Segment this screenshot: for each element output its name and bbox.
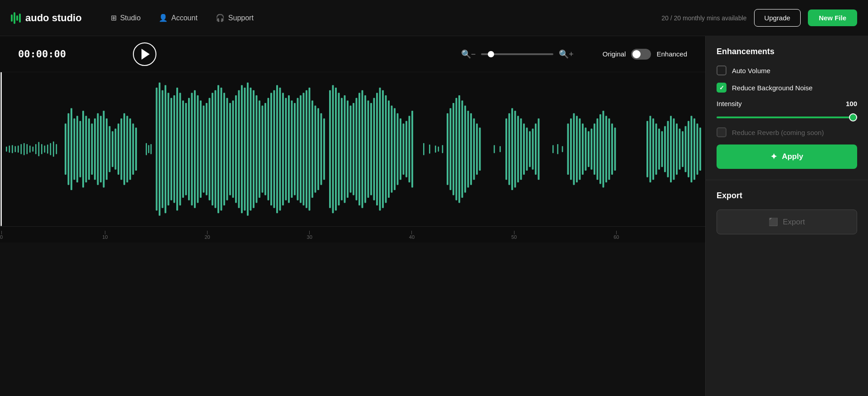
svg-rect-192 (670, 116, 672, 182)
svg-rect-170 (576, 116, 578, 182)
svg-rect-175 (591, 129, 593, 170)
svg-rect-116 (364, 95, 366, 203)
export-label: Export (783, 218, 805, 227)
svg-rect-88 (279, 88, 281, 210)
svg-rect-47 (159, 83, 160, 216)
svg-rect-114 (359, 93, 360, 205)
svg-rect-173 (585, 128, 587, 171)
svg-rect-176 (594, 124, 595, 175)
svg-rect-188 (658, 129, 660, 170)
svg-rect-77 (247, 83, 249, 216)
svg-rect-26 (88, 118, 90, 180)
svg-rect-158 (523, 124, 525, 175)
intensity-container: Intensity 100 (717, 100, 857, 120)
svg-rect-52 (174, 95, 175, 203)
svg-rect-67 (217, 85, 219, 213)
play-button[interactable] (133, 42, 156, 66)
right-panel: Enhancements Auto Volume Reduce Backgrou… (705, 36, 868, 396)
reduce-noise-checkbox[interactable] (717, 83, 726, 93)
svg-rect-33 (109, 126, 111, 172)
svg-rect-82 (262, 106, 264, 193)
svg-rect-89 (282, 93, 284, 205)
zoom-slider[interactable] (481, 53, 553, 55)
zoom-out-icon[interactable]: 🔍− (461, 49, 476, 59)
nav-support[interactable]: 🎧 Support (208, 10, 261, 26)
monthly-mins-text: 20 / 20 monthly mins available (661, 14, 746, 22)
svg-rect-115 (362, 90, 363, 208)
svg-rect-187 (656, 124, 657, 175)
svg-rect-31 (103, 111, 105, 187)
svg-rect-87 (276, 85, 278, 213)
svg-rect-22 (76, 116, 78, 182)
upgrade-button[interactable]: Upgrade (754, 9, 801, 27)
user-icon: 👤 (159, 14, 168, 22)
svg-rect-108 (341, 98, 343, 200)
svg-rect-61 (200, 100, 202, 198)
svg-rect-143 (462, 100, 463, 198)
new-file-button[interactable]: New File (808, 9, 857, 26)
svg-rect-43 (146, 143, 147, 155)
nav-studio[interactable]: ⊞ Studio (104, 10, 148, 26)
svg-rect-168 (570, 118, 572, 180)
svg-rect-24 (82, 111, 84, 187)
svg-rect-198 (688, 121, 689, 177)
svg-rect-94 (297, 98, 299, 200)
svg-rect-60 (197, 95, 199, 203)
svg-rect-138 (447, 113, 448, 185)
logo-icon (11, 12, 21, 24)
export-title: Export (717, 191, 857, 200)
svg-rect-50 (168, 93, 170, 205)
svg-rect-111 (350, 106, 352, 193)
svg-rect-139 (450, 108, 452, 190)
svg-rect-58 (191, 93, 193, 205)
svg-rect-166 (562, 146, 563, 152)
svg-rect-19 (68, 113, 70, 185)
svg-rect-190 (664, 126, 666, 172)
svg-rect-107 (338, 93, 340, 205)
timeline: 0 10 20 30 40 50 (0, 226, 705, 242)
svg-rect-147 (473, 118, 475, 180)
svg-rect-112 (353, 103, 354, 195)
svg-rect-28 (94, 118, 96, 180)
grid-icon: ⊞ (111, 14, 117, 22)
svg-rect-140 (453, 103, 454, 195)
intensity-slider[interactable] (717, 116, 857, 118)
svg-rect-20 (71, 108, 72, 190)
svg-rect-110 (347, 100, 349, 198)
svg-rect-184 (646, 121, 648, 177)
svg-rect-125 (391, 106, 393, 193)
svg-rect-100 (315, 106, 316, 193)
svg-rect-197 (685, 126, 687, 172)
svg-rect-54 (179, 93, 181, 205)
svg-rect-135 (435, 145, 436, 153)
svg-rect-66 (215, 90, 217, 208)
svg-rect-59 (194, 90, 196, 208)
svg-rect-71 (229, 103, 231, 195)
svg-rect-46 (156, 88, 158, 210)
svg-rect-200 (693, 118, 695, 180)
svg-rect-129 (403, 124, 405, 175)
nav-account[interactable]: 👤 Account (151, 10, 205, 26)
svg-rect-25 (85, 116, 87, 182)
svg-rect-109 (344, 95, 346, 203)
original-enhanced-toggle[interactable] (631, 49, 651, 60)
svg-rect-18 (65, 124, 66, 175)
svg-rect-84 (268, 98, 269, 200)
toggle-group: Original Enhanced (603, 49, 687, 60)
svg-rect-53 (176, 88, 178, 210)
auto-volume-checkbox[interactable] (717, 65, 726, 75)
svg-rect-4 (18, 145, 19, 153)
svg-rect-185 (650, 116, 651, 182)
apply-button[interactable]: ✦ Apply (717, 144, 857, 169)
svg-rect-118 (370, 103, 372, 195)
svg-rect-132 (411, 111, 413, 187)
svg-rect-202 (699, 128, 701, 171)
svg-rect-154 (511, 108, 513, 190)
main-content: 00:00:00 🔍− 🔍+ Original Enhanced (0, 36, 868, 396)
svg-rect-137 (442, 145, 443, 153)
svg-rect-128 (400, 118, 401, 180)
svg-rect-65 (212, 93, 213, 205)
zoom-in-icon[interactable]: 🔍+ (559, 49, 574, 59)
svg-rect-92 (291, 100, 293, 198)
svg-rect-160 (529, 131, 531, 167)
